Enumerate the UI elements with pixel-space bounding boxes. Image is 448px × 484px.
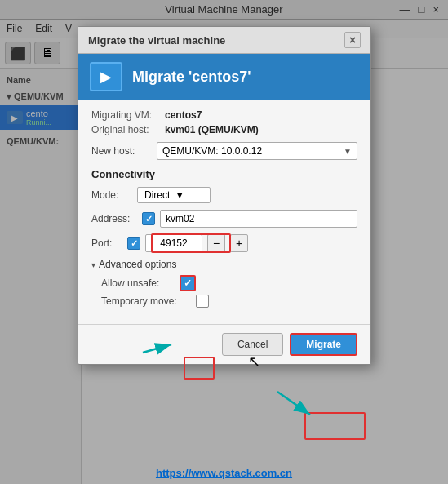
advanced-arrow-icon: ▾ <box>91 260 95 269</box>
allow-unsafe-row: Allow unsafe: <box>101 275 357 291</box>
port-checkbox[interactable] <box>127 237 140 250</box>
temporary-move-label: Temporary move: <box>101 295 191 307</box>
migrate-dialog: Migrate the virtual machine × ▶ Migrate … <box>78 26 371 365</box>
mode-row: Mode: Direct ▼ <box>91 187 357 203</box>
migrate-button[interactable]: Migrate <box>290 333 357 356</box>
dialog-footer: Cancel Migrate <box>78 324 370 364</box>
allow-unsafe-checkbox[interactable] <box>180 275 196 291</box>
new-host-select[interactable]: QEMU/KVM: 10.0.0.12 ▼ <box>157 142 357 160</box>
port-decrease-button[interactable]: − <box>207 234 225 252</box>
mode-dropdown-arrow: ▼ <box>175 189 184 201</box>
advanced-options-header[interactable]: ▾ Advanced options <box>91 259 357 270</box>
dialog-header-icon: ▶ <box>90 62 122 91</box>
dialog-body: Migrating VM: centos7 Original host: kvm… <box>78 100 370 324</box>
migrating-vm-value: centos7 <box>165 109 202 121</box>
address-checkbox[interactable] <box>142 212 155 225</box>
cancel-button[interactable]: Cancel <box>222 333 283 356</box>
port-row: Port: − + <box>91 234 357 252</box>
port-increase-button[interactable]: + <box>230 234 248 252</box>
address-label: Address: <box>91 213 137 224</box>
original-host-label: Original host: <box>91 124 165 135</box>
dialog-titlebar: Migrate the virtual machine × <box>78 27 370 54</box>
temporary-move-checkbox[interactable] <box>196 295 209 308</box>
advanced-options-label: Advanced options <box>99 259 176 270</box>
port-label: Port: <box>91 238 122 249</box>
original-host-value: kvm01 (QEMU/KVM) <box>165 124 259 135</box>
migrating-vm-row: Migrating VM: centos7 <box>91 109 357 121</box>
allow-unsafe-label: Allow unsafe: <box>101 278 175 289</box>
dialog-close-button[interactable]: × <box>344 32 361 48</box>
new-host-select-value: QEMU/KVM: 10.0.0.12 <box>162 145 262 157</box>
connectivity-section-title: Connectivity <box>91 168 357 180</box>
original-host-row: Original host: kvm01 (QEMU/KVM) <box>91 124 357 135</box>
new-host-group: New host: QEMU/KVM: 10.0.0.12 ▼ <box>91 142 357 160</box>
advanced-section: ▾ Advanced options Allow unsafe: Tempora… <box>91 259 357 308</box>
port-input[interactable] <box>145 234 202 252</box>
address-input[interactable] <box>160 210 357 228</box>
advanced-content: Allow unsafe: Temporary move: <box>91 275 357 308</box>
mode-dropdown[interactable]: Direct ▼ <box>137 187 211 203</box>
footer-url-text: https://www.qstack.com.cn <box>156 467 292 479</box>
dialog-header: ▶ Migrate 'centos7' <box>78 54 370 100</box>
migrating-vm-label: Migrating VM: <box>91 109 165 121</box>
dialog-header-title: Migrate 'centos7' <box>132 69 251 86</box>
new-host-label: New host: <box>91 145 157 157</box>
address-row: Address: <box>91 210 357 228</box>
mode-value: Direct <box>144 189 170 201</box>
temporary-move-row: Temporary move: <box>101 295 357 308</box>
footer-url[interactable]: https://www.qstack.com.cn <box>0 467 448 479</box>
dialog-title: Migrate the virtual machine <box>88 34 225 47</box>
mode-label: Mode: <box>91 189 131 201</box>
select-arrow-icon: ▼ <box>344 147 352 156</box>
